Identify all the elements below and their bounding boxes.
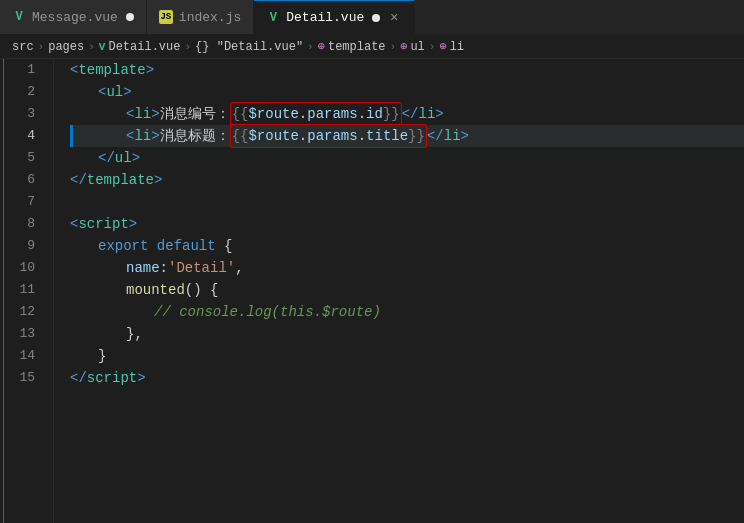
code-editor[interactable]: <template> <ul> <li>消息编号：{{$route.params…: [54, 59, 744, 523]
breadcrumb-detail-vue: V Detail.vue: [99, 40, 181, 54]
code-line-14: }: [70, 345, 744, 367]
breadcrumb-obj: {} "Detail.vue": [195, 40, 303, 54]
modified-indicator: [372, 14, 380, 22]
tag-open: <: [70, 59, 78, 81]
li-text-title: 消息标题：: [160, 125, 230, 147]
vue-icon-small: V: [99, 41, 106, 53]
li-text-id: 消息编号：: [160, 103, 230, 125]
tab-bar: V Message.vue JS index.js V Detail.vue ×: [0, 0, 744, 35]
code-line-10: name : 'Detail' ,: [70, 257, 744, 279]
component-icon-li: ⊕: [439, 39, 446, 54]
code-line-6: </template>: [70, 169, 744, 191]
breadcrumb-src: src: [12, 40, 34, 54]
line-num-8: 8: [14, 213, 35, 235]
line-num-6: 6: [14, 169, 35, 191]
code-line-15: </script>: [70, 367, 744, 389]
line-num-12: 12: [14, 301, 35, 323]
tab-label: Detail.vue: [286, 10, 364, 25]
tag-close: >: [146, 59, 154, 81]
line-num-15: 15: [14, 367, 35, 389]
modified-indicator: [126, 13, 134, 21]
code-line-8: <script>: [70, 213, 744, 235]
line-num-1: 1: [14, 59, 35, 81]
component-icon-ul: ⊕: [400, 39, 407, 54]
tag-close-ul: >: [123, 81, 131, 103]
comment-text: // console.log(this.$route): [154, 301, 381, 323]
editor-area: 1 2 3 4 5 6 7 8 9 10 11 12 13 14 15 <tem…: [0, 59, 744, 523]
code-line-12: // console.log(this.$route): [70, 301, 744, 323]
code-line-5: </ul>: [70, 147, 744, 169]
breadcrumb-ul: ⊕ ul: [400, 39, 425, 54]
vue-icon: V: [266, 11, 280, 25]
component-icon: ⊕: [318, 39, 325, 54]
vue-icon: V: [12, 10, 26, 24]
line-num-4: 4: [14, 125, 35, 147]
breadcrumb: src › pages › V Detail.vue › {} "Detail.…: [0, 35, 744, 59]
breadcrumb-pages: pages: [48, 40, 84, 54]
tab-label: index.js: [179, 10, 241, 25]
tag-ul: ul: [106, 81, 123, 103]
code-line-9: export default {: [70, 235, 744, 257]
code-line-4: <li>消息标题：{{$route.params.title}}</li>: [70, 125, 744, 147]
cursor-indicator: [70, 125, 73, 147]
line-num-10: 10: [14, 257, 35, 279]
line-num-14: 14: [14, 345, 35, 367]
breadcrumb-template: ⊕ template: [318, 39, 386, 54]
code-line-7: [70, 191, 744, 213]
highlight-title-expr: {{$route.params.title}}: [230, 124, 427, 148]
line-num-9: 9: [14, 235, 35, 257]
tab-index-js[interactable]: JS index.js: [147, 0, 254, 34]
code-line-2: <ul>: [70, 81, 744, 103]
line-num-11: 11: [14, 279, 35, 301]
highlight-id-expr: {{$route.params.id}}: [230, 102, 402, 126]
code-line-3: <li>消息编号：{{$route.params.id}}</li>: [70, 103, 744, 125]
line-numbers: 1 2 3 4 5 6 7 8 9 10 11 12 13 14 15: [4, 59, 54, 523]
line-num-7: 7: [14, 191, 35, 213]
js-icon: JS: [159, 10, 173, 24]
breadcrumb-li: ⊕ li: [439, 39, 464, 54]
line-num-13: 13: [14, 323, 35, 345]
tab-message-vue[interactable]: V Message.vue: [0, 0, 147, 34]
tag-template: template: [78, 59, 145, 81]
tab-detail-vue[interactable]: V Detail.vue ×: [254, 0, 415, 34]
tab-label: Message.vue: [32, 10, 118, 25]
line-num-5: 5: [14, 147, 35, 169]
line-num-2: 2: [14, 81, 35, 103]
code-line-13: },: [70, 323, 744, 345]
li-open-tag: <: [126, 103, 134, 125]
tag-open-ul: <: [98, 81, 106, 103]
code-line-1: <template>: [70, 59, 744, 81]
code-line-11: mounted () {: [70, 279, 744, 301]
line-num-3: 3: [14, 103, 35, 125]
tab-close-button[interactable]: ×: [386, 10, 402, 26]
